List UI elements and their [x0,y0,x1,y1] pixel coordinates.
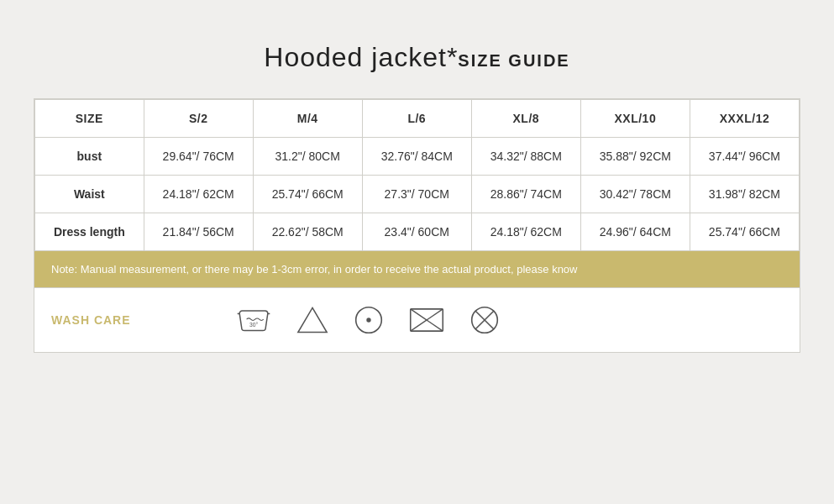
wash-icons: 30° [236,305,500,335]
col-header-xxl10: XXL/10 [580,100,690,138]
svg-text:30°: 30° [249,322,258,328]
col-header-size: SIZE [35,100,144,138]
col-header-l6: L/6 [362,100,471,138]
table-row: Dress length 21.84"/ 56CM 22.62"/ 58CM 2… [35,213,800,251]
col-header-m4: M/4 [253,100,362,138]
row-waist-m: 25.74"/ 66CM [253,176,362,213]
row-dress-l: 23.4"/ 60CM [362,213,471,251]
dry-clean-icon [354,305,384,335]
bleach-icon [296,305,328,335]
title-main: Hooded jacket* [264,42,458,72]
svg-point-5 [366,318,370,322]
row-bust-xxxl: 37.44"/ 96CM [690,138,799,176]
page-wrapper: Hooded jacket*SIZE GUIDE SIZE S/2 M/4 L/… [0,0,834,378]
size-table-container: SIZE S/2 M/4 L/6 XL/8 XXL/10 XXXL/12 bus… [34,98,800,353]
note-bar: Note: Manual measurement, or there may b… [34,251,800,287]
wash-care-section: WASH CARE 30° [34,287,800,352]
row-waist-xxxl: 31.98"/ 82CM [690,176,799,213]
row-dress-xxl: 24.96"/ 64CM [580,213,690,251]
row-dress-xl: 24.18"/ 62CM [471,213,580,251]
page-title: Hooded jacket*SIZE GUIDE [34,42,800,73]
row-bust-s: 29.64"/ 76CM [144,138,253,176]
row-bust-l: 32.76"/ 84CM [362,138,471,176]
title-sub: SIZE GUIDE [458,51,569,70]
col-header-xl8: XL/8 [471,100,580,138]
tumble-dry-icon [469,305,500,335]
row-waist-l: 27.3"/ 70CM [362,176,471,213]
wash-care-label: WASH CARE [51,313,135,327]
col-header-xxxl12: XXXL/12 [690,100,799,138]
note-text: Note: Manual measurement, or there may b… [51,263,577,276]
row-dress-label: Dress length [35,213,144,251]
row-waist-xl: 28.86"/ 74CM [471,176,580,213]
svg-marker-3 [298,307,327,332]
size-table: SIZE S/2 M/4 L/6 XL/8 XXL/10 XXXL/12 bus… [34,99,800,251]
table-header-row: SIZE S/2 M/4 L/6 XL/8 XXL/10 XXXL/12 [35,100,800,138]
row-dress-m: 22.62"/ 58CM [253,213,362,251]
table-row: bust 29.64"/ 76CM 31.2"/ 80CM 32.76"/ 84… [35,138,800,176]
row-waist-s: 24.18"/ 62CM [144,176,253,213]
row-waist-xxl: 30.42"/ 78CM [580,176,690,213]
row-bust-xxl: 35.88"/ 92CM [580,138,690,176]
row-waist-label: Waist [35,176,144,213]
row-dress-s: 21.84"/ 56CM [144,213,253,251]
row-bust-xl: 34.32"/ 88CM [471,138,580,176]
wash-tub-icon: 30° [236,305,271,335]
row-bust-m: 31.2"/ 80CM [253,138,362,176]
col-header-s2: S/2 [144,100,253,138]
iron-icon [409,307,444,333]
title-area: Hooded jacket*SIZE GUIDE [34,17,800,98]
row-bust-label: bust [35,138,144,176]
row-dress-xxxl: 25.74"/ 66CM [690,213,799,251]
table-row: Waist 24.18"/ 62CM 25.74"/ 66CM 27.3"/ 7… [35,176,800,213]
